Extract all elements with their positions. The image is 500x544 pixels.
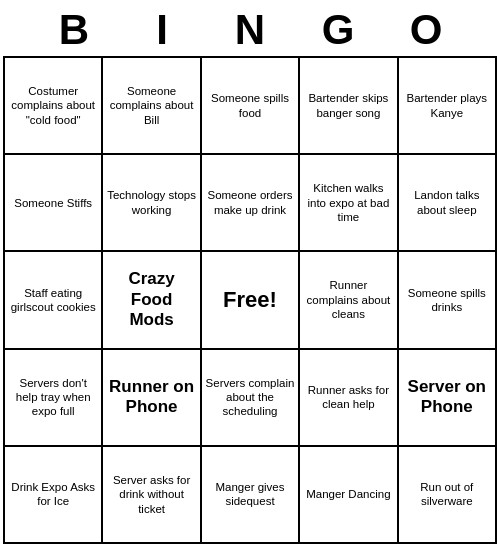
bingo-cell-r3c3: Runner asks for clean help: [299, 349, 397, 446]
bingo-cell-r3c4: Server on Phone: [398, 349, 496, 446]
bingo-cell-r1c1: Technology stops working: [102, 154, 200, 251]
bingo-cell-r0c1: Someone complains about Bill: [102, 57, 200, 154]
bingo-letter-i: I: [118, 6, 206, 54]
bingo-letter-g: G: [294, 6, 382, 54]
bingo-cell-r1c3: Kitchen walks into expo at bad time: [299, 154, 397, 251]
bingo-letter-b: B: [30, 6, 118, 54]
bingo-cell-r0c2: Someone spills food: [201, 57, 299, 154]
bingo-cell-r2c2: Free!: [201, 251, 299, 348]
bingo-cell-r4c3: Manger Dancing: [299, 446, 397, 543]
bingo-cell-r4c0: Drink Expo Asks for Ice: [4, 446, 102, 543]
bingo-cell-r2c3: Runner complains about cleans: [299, 251, 397, 348]
bingo-cell-r3c2: Servers complain about the scheduling: [201, 349, 299, 446]
bingo-cell-r3c0: Servers don't help tray when expo full: [4, 349, 102, 446]
bingo-cell-r2c1: Crazy Food Mods: [102, 251, 200, 348]
bingo-cell-r1c2: Someone orders make up drink: [201, 154, 299, 251]
bingo-cell-r0c0: Costumer complains about "cold food": [4, 57, 102, 154]
bingo-cell-r1c4: Landon talks about sleep: [398, 154, 496, 251]
bingo-cell-r4c1: Server asks for drink without ticket: [102, 446, 200, 543]
bingo-header: BINGO: [0, 0, 500, 56]
bingo-cell-r0c3: Bartender skips banger song: [299, 57, 397, 154]
bingo-cell-r3c1: Runner on Phone: [102, 349, 200, 446]
bingo-cell-r0c4: Bartender plays Kanye: [398, 57, 496, 154]
bingo-cell-r4c4: Run out of silverware: [398, 446, 496, 543]
bingo-cell-r2c4: Someone spills drinks: [398, 251, 496, 348]
bingo-letter-n: N: [206, 6, 294, 54]
bingo-cell-r2c0: Staff eating girlscout cookies: [4, 251, 102, 348]
bingo-cell-r1c0: Someone Stiffs: [4, 154, 102, 251]
bingo-letter-o: O: [382, 6, 470, 54]
bingo-cell-r4c2: Manger gives sidequest: [201, 446, 299, 543]
bingo-grid: Costumer complains about "cold food"Some…: [3, 56, 497, 544]
